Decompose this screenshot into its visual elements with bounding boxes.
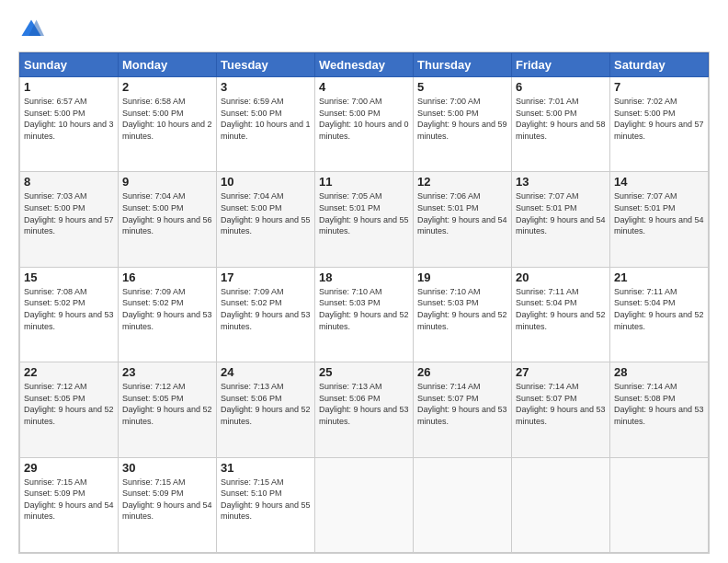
calendar-table: SundayMondayTuesdayWednesdayThursdayFrid… [19,52,709,553]
day-info: Sunrise: 7:00 AMSunset: 5:00 PMDaylight:… [319,96,409,142]
day-info: Sunrise: 7:11 AMSunset: 5:04 PMDaylight:… [614,286,704,332]
table-cell: 30Sunrise: 7:15 AMSunset: 5:09 PMDayligh… [119,457,217,552]
table-cell: 6Sunrise: 7:01 AMSunset: 5:00 PMDaylight… [512,77,610,172]
table-cell: 24Sunrise: 7:13 AMSunset: 5:06 PMDayligh… [217,362,315,457]
day-info: Sunrise: 7:10 AMSunset: 5:03 PMDaylight:… [319,286,409,332]
day-number: 21 [614,270,704,284]
day-info: Sunrise: 7:04 AMSunset: 5:00 PMDaylight:… [221,190,311,236]
day-info: Sunrise: 7:12 AMSunset: 5:05 PMDaylight:… [24,381,114,427]
day-info: Sunrise: 7:09 AMSunset: 5:02 PMDaylight:… [122,286,212,332]
day-number: 23 [122,365,212,379]
day-info: Sunrise: 7:07 AMSunset: 5:01 PMDaylight:… [516,190,606,236]
table-cell: 18Sunrise: 7:10 AMSunset: 5:03 PMDayligh… [315,267,414,362]
day-info: Sunrise: 7:12 AMSunset: 5:05 PMDaylight:… [122,381,212,427]
day-info: Sunrise: 7:10 AMSunset: 5:03 PMDaylight:… [417,286,507,332]
day-info: Sunrise: 6:58 AMSunset: 5:00 PMDaylight:… [122,96,212,142]
header-monday: Monday [119,53,217,77]
day-number: 11 [319,175,409,189]
table-cell: 3Sunrise: 6:59 AMSunset: 5:00 PMDaylight… [217,77,315,172]
day-number: 12 [417,175,507,189]
logo-icon [18,17,44,42]
day-number: 2 [122,80,212,94]
table-cell: 23Sunrise: 7:12 AMSunset: 5:05 PMDayligh… [119,362,217,457]
day-info: Sunrise: 7:02 AMSunset: 5:00 PMDaylight:… [614,96,704,142]
table-cell: 8Sunrise: 7:03 AMSunset: 5:00 PMDaylight… [20,172,119,267]
table-cell: 1Sunrise: 6:57 AMSunset: 5:00 PMDaylight… [20,77,119,172]
day-number: 27 [516,365,606,379]
day-info: Sunrise: 7:03 AMSunset: 5:00 PMDaylight:… [24,190,114,236]
day-info: Sunrise: 7:14 AMSunset: 5:07 PMDaylight:… [417,381,507,427]
table-cell: 11Sunrise: 7:05 AMSunset: 5:01 PMDayligh… [315,172,414,267]
day-number: 28 [614,365,704,379]
table-cell [414,457,512,552]
header-thursday: Thursday [414,53,512,77]
day-number: 19 [417,270,507,284]
day-info: Sunrise: 7:15 AMSunset: 5:10 PMDaylight:… [221,477,311,523]
table-cell: 22Sunrise: 7:12 AMSunset: 5:05 PMDayligh… [20,362,119,457]
table-cell: 13Sunrise: 7:07 AMSunset: 5:01 PMDayligh… [512,172,610,267]
day-number: 8 [24,175,114,189]
table-cell: 16Sunrise: 7:09 AMSunset: 5:02 PMDayligh… [119,267,217,362]
table-cell: 5Sunrise: 7:00 AMSunset: 5:00 PMDaylight… [414,77,512,172]
day-info: Sunrise: 6:59 AMSunset: 5:00 PMDaylight:… [221,96,311,142]
table-cell: 27Sunrise: 7:14 AMSunset: 5:07 PMDayligh… [512,362,610,457]
week-row-1: 1Sunrise: 6:57 AMSunset: 5:00 PMDaylight… [20,77,709,172]
day-info: Sunrise: 7:09 AMSunset: 5:02 PMDaylight:… [221,286,311,332]
day-info: Sunrise: 7:04 AMSunset: 5:00 PMDaylight:… [122,190,212,236]
table-cell: 15Sunrise: 7:08 AMSunset: 5:02 PMDayligh… [20,267,119,362]
day-number: 31 [221,461,311,475]
day-info: Sunrise: 7:15 AMSunset: 5:09 PMDaylight:… [122,477,212,523]
day-number: 14 [614,175,704,189]
day-info: Sunrise: 7:01 AMSunset: 5:00 PMDaylight:… [516,96,606,142]
table-cell: 20Sunrise: 7:11 AMSunset: 5:04 PMDayligh… [512,267,610,362]
table-cell: 21Sunrise: 7:11 AMSunset: 5:04 PMDayligh… [610,267,709,362]
day-info: Sunrise: 7:13 AMSunset: 5:06 PMDaylight:… [221,381,311,427]
table-cell: 31Sunrise: 7:15 AMSunset: 5:10 PMDayligh… [217,457,315,552]
table-cell: 26Sunrise: 7:14 AMSunset: 5:07 PMDayligh… [414,362,512,457]
day-number: 22 [24,365,114,379]
day-number: 1 [24,80,114,94]
day-info: Sunrise: 7:00 AMSunset: 5:00 PMDaylight:… [417,96,507,142]
table-cell: 10Sunrise: 7:04 AMSunset: 5:00 PMDayligh… [217,172,315,267]
day-number: 26 [417,365,507,379]
table-cell: 19Sunrise: 7:10 AMSunset: 5:03 PMDayligh… [414,267,512,362]
table-cell: 17Sunrise: 7:09 AMSunset: 5:02 PMDayligh… [217,267,315,362]
day-number: 6 [516,80,606,94]
table-cell: 25Sunrise: 7:13 AMSunset: 5:06 PMDayligh… [315,362,414,457]
day-number: 10 [221,175,311,189]
table-cell: 4Sunrise: 7:00 AMSunset: 5:00 PMDaylight… [315,77,414,172]
table-cell: 2Sunrise: 6:58 AMSunset: 5:00 PMDaylight… [119,77,217,172]
day-info: Sunrise: 7:14 AMSunset: 5:07 PMDaylight:… [516,381,606,427]
calendar-body: 1Sunrise: 6:57 AMSunset: 5:00 PMDaylight… [20,77,709,553]
day-info: Sunrise: 7:13 AMSunset: 5:06 PMDaylight:… [319,381,409,427]
day-number: 16 [122,270,212,284]
day-info: Sunrise: 7:07 AMSunset: 5:01 PMDaylight:… [614,190,704,236]
header-row: SundayMondayTuesdayWednesdayThursdayFrid… [20,53,709,77]
day-number: 20 [516,270,606,284]
calendar-header: SundayMondayTuesdayWednesdayThursdayFrid… [20,53,709,77]
table-cell: 14Sunrise: 7:07 AMSunset: 5:01 PMDayligh… [610,172,709,267]
header-tuesday: Tuesday [217,53,315,77]
header-friday: Friday [512,53,610,77]
day-number: 25 [319,365,409,379]
header [18,17,710,42]
day-info: Sunrise: 7:15 AMSunset: 5:09 PMDaylight:… [24,477,114,523]
day-info: Sunrise: 7:08 AMSunset: 5:02 PMDaylight:… [24,286,114,332]
day-info: Sunrise: 6:57 AMSunset: 5:00 PMDaylight:… [24,96,114,142]
day-number: 9 [122,175,212,189]
week-row-5: 29Sunrise: 7:15 AMSunset: 5:09 PMDayligh… [20,457,709,552]
table-cell: 7Sunrise: 7:02 AMSunset: 5:00 PMDaylight… [610,77,709,172]
day-info: Sunrise: 7:11 AMSunset: 5:04 PMDaylight:… [516,286,606,332]
day-number: 24 [221,365,311,379]
table-cell [512,457,610,552]
day-number: 5 [417,80,507,94]
week-row-3: 15Sunrise: 7:08 AMSunset: 5:02 PMDayligh… [20,267,709,362]
day-info: Sunrise: 7:14 AMSunset: 5:08 PMDaylight:… [614,381,704,427]
day-number: 13 [516,175,606,189]
header-saturday: Saturday [610,53,709,77]
logo [18,17,48,42]
table-cell [315,457,414,552]
table-cell: 12Sunrise: 7:06 AMSunset: 5:01 PMDayligh… [414,172,512,267]
table-cell: 29Sunrise: 7:15 AMSunset: 5:09 PMDayligh… [20,457,119,552]
day-number: 4 [319,80,409,94]
